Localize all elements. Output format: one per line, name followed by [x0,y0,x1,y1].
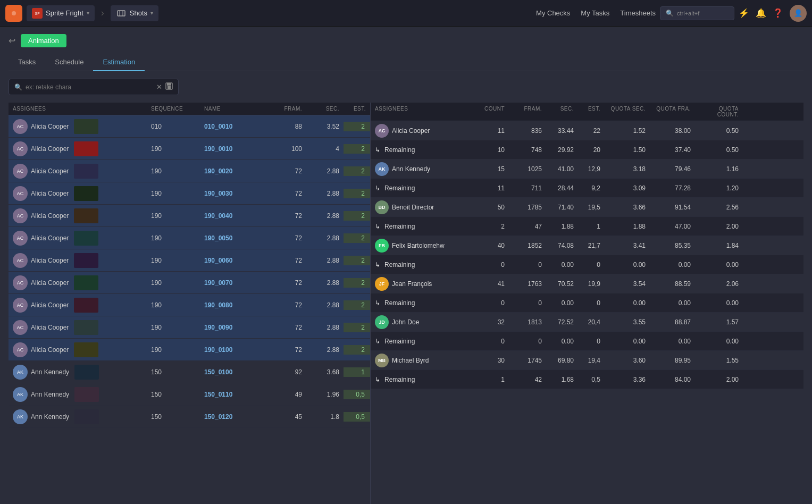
rcol-quota-fra: QUOTA FRA. [650,106,695,117]
assignee-name: Alicia Cooper [31,346,69,354]
est-cell: 2 [344,211,370,221]
shots-name: Shots [130,9,147,17]
assignee-cell: AC Alicia Cooper [9,341,147,358]
sec-cell: 2.88 [306,233,344,243]
person-row[interactable]: BD Benoit Director 50 1785 71.40 19,5 3.… [371,198,803,217]
lightning-icon[interactable]: ⚡ [739,8,749,18]
person-row[interactable]: AC Alicia Cooper 11 836 33.44 22 1.52 38… [371,121,803,140]
col-est: EST. [344,106,370,112]
r-assignee-cell: FB Felix Bartolomehw [371,239,477,253]
svg-rect-3 [118,11,125,16]
project-selector[interactable]: SF Sprite Fright ▾ [27,5,95,21]
rcol-quota-sec: QUOTA SEC. [605,106,650,117]
sequence-cell: 150 [147,367,200,377]
search-box[interactable]: 🔍 ✕ [9,79,179,95]
bell-icon[interactable]: 🔔 [756,8,766,18]
search-save-button[interactable] [165,82,173,91]
svg-rect-7 [167,83,171,86]
remaining-row[interactable]: ↳Remaining 0 0 0.00 0 0.00 0.00 0.00 [371,293,803,313]
r-count: 1 [477,376,509,383]
r-avatar: JF [375,277,389,291]
tab-estimation[interactable]: Estimation [93,54,145,71]
r-sec: 69.80 [546,357,578,364]
r-person-name: Felix Bartolomehw [392,242,445,249]
shot-thumbnail [74,119,98,134]
person-row[interactable]: FB Felix Bartolomehw 40 1852 74.08 21,7 … [371,236,803,255]
table-row[interactable]: AK Ann Kennedy 150 150_0120 45 1.8 0,5 [9,406,370,428]
sec-cell: 2.88 [306,300,344,310]
r-sec: 72.52 [546,318,578,326]
r-person-name: Alicia Cooper [392,127,430,135]
search-clear-button[interactable]: ✕ [156,83,162,91]
svg-rect-8 [168,86,171,89]
project-name: Sprite Fright [46,9,83,17]
table-row[interactable]: AC Alicia Cooper 190 190_0060 72 2.88 2 [9,249,370,272]
table-row[interactable]: AC Alicia Cooper 190 190_0050 72 2.88 2 [9,227,370,249]
rcol-assignees: ASSIGNEES [371,106,477,117]
right-panel: ASSIGNEES COUNT FRAM. SEC. EST. QUOTA SE… [370,103,803,504]
r-est: 19,4 [578,357,605,364]
remaining-row[interactable]: ↳Remaining 10 748 29.92 20 1.50 37.40 0.… [371,140,803,159]
sec-cell: 2.88 [306,278,344,288]
tab-schedule[interactable]: Schedule [45,54,93,71]
table-row[interactable]: AC Alicia Cooper 190 190_0020 72 2.88 2 [9,160,370,182]
remaining-row[interactable]: ↳Remaining 1 42 1.68 0,5 3.36 84.00 2.00 [371,370,803,389]
my-tasks-link[interactable]: My Tasks [581,9,609,17]
help-icon[interactable]: ❓ [773,8,783,18]
shots-selector[interactable]: Shots ▾ [111,5,158,21]
rcol-count: COUNT [477,106,509,117]
tab-tasks[interactable]: Tasks [9,54,45,71]
table-row[interactable]: AC Alicia Cooper 190 190_0100 72 2.88 2 [9,339,370,361]
table-row[interactable]: AK Ann Kennedy 150 150_0100 92 3.68 1 [9,361,370,383]
r-quota-sec: 3.09 [605,184,650,192]
nav-separator: › [101,7,104,19]
rcol-sec: SEC. [546,106,578,117]
svg-text:SF: SF [35,12,40,15]
table-row[interactable]: AC Alicia Cooper 190 190_0070 72 2.88 2 [9,272,370,294]
timesheets-link[interactable]: Timesheets [620,9,656,17]
shot-thumbnail [74,208,98,223]
global-search[interactable]: 🔍 ctrl+alt+f [660,6,734,20]
table-row[interactable]: AC Alicia Cooper 190 190_0090 72 2.88 2 [9,316,370,339]
table-row[interactable]: AK Ann Kennedy 150 150_0110 49 1.96 0,5 [9,383,370,406]
name-cell: 190_0090 [200,323,269,332]
r-count: 40 [477,242,509,249]
remaining-row[interactable]: ↳Remaining 0 0 0.00 0 0.00 0.00 0.00 [371,332,803,351]
back-button[interactable]: ↩ [9,36,15,46]
r-est: 20 [578,146,605,154]
frames-cell: 45 [269,412,306,422]
est-cell: 2 [344,189,370,198]
assignee-cell: AC Alicia Cooper [9,163,147,180]
remaining-row[interactable]: ↳Remaining 2 47 1.88 1 1.88 47.00 2.00 [371,217,803,236]
table-row[interactable]: AC Alicia Cooper 190 190_0030 72 2.88 2 [9,182,370,205]
avatar: AC [13,208,28,223]
search-input[interactable] [26,83,153,91]
person-row[interactable]: MB Michael Byrd 30 1745 69.80 19,4 3.60 … [371,351,803,370]
r-frames: 1852 [509,242,546,249]
table-row[interactable]: AC Alicia Cooper 190 190_0040 72 2.88 2 [9,205,370,227]
r-est: 20,4 [578,318,605,326]
table-row[interactable]: AC Alicia Cooper 010 010_0010 88 3.52 2 [9,115,370,138]
r-frames: 1813 [509,318,546,326]
remaining-row[interactable]: ↳Remaining 11 711 28.44 9,2 3.09 77.28 1… [371,179,803,198]
person-row[interactable]: JF Jean François 41 1763 70.52 19,9 3.54… [371,274,803,293]
table-row[interactable]: AC Alicia Cooper 190 190_0010 100 4 2 [9,138,370,160]
sequence-cell: 190 [147,278,200,288]
col-assignees: ASSIGNEES [9,106,147,112]
r-count: 0 [477,299,509,307]
user-avatar[interactable]: 👤 [790,5,807,22]
table-row[interactable]: AC Alicia Cooper 190 190_0080 72 2.88 2 [9,294,370,316]
my-checks-link[interactable]: My Checks [536,9,570,17]
left-table-body: AC Alicia Cooper 010 010_0010 88 3.52 2 … [9,115,370,504]
search-row: 🔍 ✕ [9,79,803,95]
r-quota-count: 1.55 [695,357,743,364]
person-row[interactable]: AK Ann Kennedy 15 1025 41.00 12,9 3.18 7… [371,159,803,179]
r-sec: 70.52 [546,280,578,288]
sec-cell: 2.88 [306,211,344,221]
person-row[interactable]: JD John Doe 32 1813 72.52 20,4 3.55 88.8… [371,313,803,332]
avatar: AK [13,365,28,380]
panels: ASSIGNEES SEQUENCE NAME FRAM. SEC. EST. … [9,103,803,504]
remaining-row[interactable]: ↳Remaining 0 0 0.00 0 0.00 0.00 0.00 [371,255,803,274]
r-avatar: AK [375,162,389,176]
frames-cell: 72 [269,345,306,355]
